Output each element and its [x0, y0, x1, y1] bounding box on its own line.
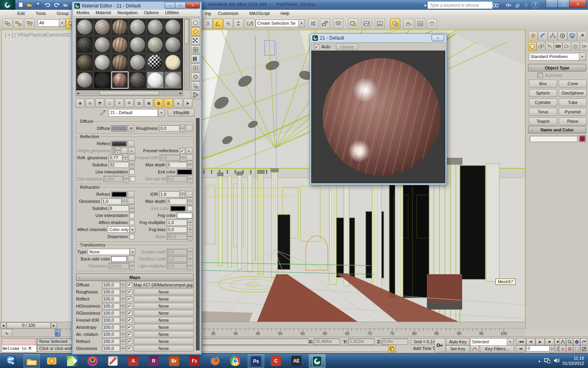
maximize-viewport-icon[interactable]	[580, 345, 587, 352]
map-amount-field[interactable]: 100,0	[102, 324, 120, 330]
key-mode-toggle[interactable]: |◀|	[516, 345, 525, 352]
project-folder-icon[interactable]	[62, 1, 69, 8]
play-button[interactable]: ▶	[535, 338, 545, 345]
menu-edit[interactable]: Edit	[12, 10, 30, 17]
object-type-sphere[interactable]: Sphere	[529, 89, 557, 97]
tray-expand-icon[interactable]: ▲	[538, 359, 541, 363]
material-name-arrow[interactable]: ▾	[158, 109, 165, 117]
parameter-dropdown[interactable]: Color only	[108, 226, 130, 233]
autogrid-checkbox[interactable]	[537, 73, 543, 78]
percent-snap-icon[interactable]: %	[223, 18, 233, 29]
material-sample-slot[interactable]	[129, 18, 146, 36]
render-setup-icon[interactable]	[403, 18, 414, 29]
auto-key-button[interactable]: Auto Key	[446, 338, 470, 345]
color-swatch[interactable]	[111, 191, 127, 197]
walk-through-icon[interactable]	[566, 345, 573, 352]
taskbar-start-button[interactable]	[3, 354, 19, 367]
go-to-start-button[interactable]: |◀◀	[516, 338, 526, 345]
spinner[interactable]: ▴▾	[120, 323, 125, 331]
selection-lock-toggle[interactable]	[388, 345, 396, 352]
taskbar-bridge[interactable]: Br	[166, 354, 182, 367]
selection-filter-dropdown[interactable]: All	[38, 19, 61, 27]
time-slider-handle[interactable]: 0 / 100	[7, 322, 51, 328]
parameter-field[interactable]: 50,0	[167, 233, 187, 240]
spinner[interactable]: ▴▾	[120, 337, 125, 345]
tab-display-icon[interactable]	[567, 31, 577, 40]
spinner[interactable]: ▴▾	[115, 147, 120, 155]
unlink-selection-icon[interactable]	[13, 18, 24, 29]
map-button[interactable]: None	[134, 303, 194, 309]
delete-material-icon[interactable]: ✕	[115, 98, 124, 107]
map-enable-checkbox[interactable]: ✓	[127, 282, 132, 288]
material-sample-slot[interactable]	[164, 71, 181, 89]
current-frame-field[interactable]: 0	[526, 345, 550, 352]
z-coordinate-field[interactable]: 0,0m	[382, 338, 408, 345]
next-frame-button[interactable]: |▶	[545, 338, 554, 345]
material-sample-slot[interactable]	[111, 54, 129, 71]
maps-rollout-header[interactable]: -Maps	[76, 273, 194, 281]
taskbar-firefox[interactable]	[207, 354, 223, 367]
mirror-icon[interactable]	[308, 18, 318, 29]
map-enable-checkbox[interactable]: ✓	[127, 339, 132, 344]
bind-to-space-warp-icon[interactable]	[24, 18, 34, 29]
material-sample-slot[interactable]	[129, 71, 146, 89]
favorites-star-icon[interactable]: ☆	[522, 1, 530, 9]
sample-slots-hscroll[interactable]: ◀▶	[76, 90, 183, 96]
map-slot-button[interactable]	[128, 191, 134, 197]
material-sample-slot[interactable]	[129, 36, 146, 53]
reset-map-icon[interactable]: ◻	[105, 98, 114, 107]
map-enable-checkbox[interactable]: ✓	[127, 310, 132, 316]
spinner[interactable]: ▴▾	[187, 233, 192, 240]
object-name-input[interactable]	[530, 136, 577, 142]
map-enable-checkbox[interactable]: ✓	[127, 296, 132, 302]
me-menu-utilities[interactable]: Utilities	[162, 10, 182, 16]
map-slot-button[interactable]	[128, 198, 134, 204]
menu-rendering-partial[interactable]: ing	[203, 10, 212, 17]
lock-button[interactable]: L	[129, 148, 135, 154]
map-slot-button[interactable]	[129, 155, 135, 161]
create-shapes-icon[interactable]	[537, 42, 545, 51]
parameter-field[interactable]: 0,77	[109, 155, 122, 161]
spinner[interactable]: ▴▾	[187, 255, 192, 263]
map-slot-button[interactable]	[186, 125, 192, 131]
selection-set-key-arrow[interactable]: ▾	[507, 338, 514, 346]
material-sample-slot[interactable]	[129, 54, 146, 71]
menu-group[interactable]: Group	[51, 10, 74, 17]
color-swatch[interactable]	[111, 126, 127, 131]
taskbar-3dsmax[interactable]	[309, 354, 325, 368]
parameter-field[interactable]: 1,6	[160, 155, 180, 161]
material-id-channel-icon[interactable]: ▣	[144, 98, 153, 107]
create-cameras-icon[interactable]	[554, 42, 563, 51]
go-to-parent-icon[interactable]: ▲	[174, 98, 183, 107]
snaps-toggle-icon[interactable]: 3	[203, 18, 213, 29]
maxscript-mini-listener-pink[interactable]	[2, 338, 36, 345]
material-editor-close[interactable]: ×	[186, 2, 200, 9]
map-button[interactable]: None	[134, 296, 194, 302]
spinner[interactable]: ▴▾	[187, 197, 192, 205]
object-type-tube[interactable]: Tube	[559, 98, 587, 106]
material-sample-slot[interactable]	[76, 18, 93, 36]
tab-hierarchy-icon[interactable]	[548, 31, 557, 40]
video-color-check-icon[interactable]	[191, 54, 200, 63]
create-systems-icon[interactable]	[580, 42, 588, 51]
material-sample-slot[interactable]	[94, 18, 111, 36]
x-coordinate-field[interactable]: 15,484m	[314, 338, 340, 345]
sample-type-icon[interactable]	[191, 18, 200, 27]
map-slot-button[interactable]	[128, 140, 134, 147]
subscription-key-icon[interactable]	[505, 1, 513, 9]
dropdown-arrow[interactable]: ▾	[130, 248, 135, 255]
spinner[interactable]: ▴▾	[180, 154, 185, 162]
map-button[interactable]: None	[134, 289, 194, 295]
parameter-field[interactable]: 1,0	[167, 256, 187, 262]
me-menu-options[interactable]: Options	[141, 10, 162, 16]
tab-create-icon[interactable]	[528, 31, 538, 40]
graphite-ribbon-icon[interactable]	[348, 18, 358, 29]
parameter-field[interactable]: 1,0	[167, 219, 187, 226]
spinner[interactable]: ▴▾	[129, 204, 134, 212]
volume-icon[interactable]	[554, 358, 559, 364]
taskbar-outlook[interactable]	[44, 354, 60, 367]
communication-center-icon[interactable]	[514, 1, 521, 9]
put-material-to-scene-icon[interactable]: ◎	[85, 98, 94, 107]
spinner[interactable]: ▴▾	[187, 226, 192, 233]
map-amount-field[interactable]: 100,0	[102, 289, 120, 295]
